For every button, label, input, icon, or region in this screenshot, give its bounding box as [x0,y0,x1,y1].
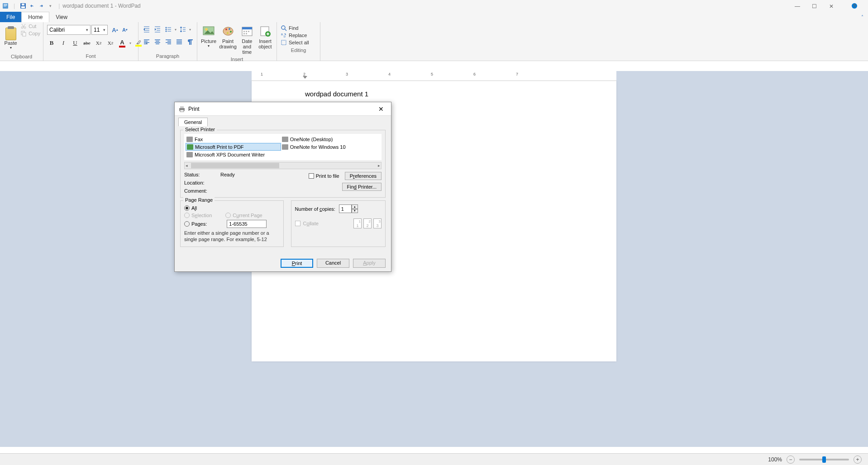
underline-button[interactable]: U [71,38,80,47]
bold-button[interactable]: B [47,38,56,47]
zoom-in-button[interactable]: + [854,456,862,464]
printer-item-xps[interactable]: Microsoft XPS Document Writer [186,151,281,159]
minimize-icon[interactable]: — [795,3,800,9]
insert-object-button[interactable]: Insert object [258,25,273,55]
radio-selection: Selection [184,213,212,218]
redo-icon[interactable] [38,2,45,9]
scroll-right-icon[interactable]: ▸ [378,163,380,168]
printer-item-ms-print-pdf[interactable]: Microsoft Print to PDF [186,143,281,151]
selectall-label: Select all [289,40,309,45]
copy-button[interactable]: Copy [20,30,40,37]
copies-input[interactable] [339,204,352,213]
shrink-font-button[interactable]: A▾ [120,25,129,34]
align-center-button[interactable] [153,38,162,47]
printer-name: Fax [195,137,203,142]
dialog-close-button[interactable]: ✕ [375,104,387,114]
zoom-thumb[interactable] [822,456,826,463]
title-bar: | ▾ | wordpad document 1 - WordPad — ☐ ✕… [0,0,868,12]
printer-item-onenote-win10[interactable]: OneNote for Windows 10 [281,143,377,151]
object-icon [259,25,272,38]
spin-up-button[interactable]: ▴ [352,204,358,209]
svg-rect-30 [180,106,184,108]
apply-button: Apply [353,259,386,268]
spin-down-button[interactable]: ▾ [352,209,358,214]
svg-point-13 [166,31,167,32]
chevron-down-icon[interactable]: ▾ [175,28,176,32]
page-range-legend: Page Range [183,197,215,203]
cut-button[interactable]: Cut [20,23,40,29]
subscript-button[interactable]: X2 [94,38,103,47]
replace-label: Replace [289,33,307,38]
radio-icon [184,221,190,227]
scroll-left-icon[interactable]: ◂ [186,163,188,168]
chevron-down-icon: ▾ [208,44,210,48]
collate-label: Collate [303,221,319,226]
svg-rect-31 [180,110,184,112]
increase-indent-button[interactable] [153,25,162,34]
copies-spinner[interactable]: ▴ ▾ [339,204,358,213]
tab-home[interactable]: Home [21,12,49,22]
printer-scrollbar[interactable]: ◂ ▸ [184,162,382,169]
tab-general[interactable]: General [178,118,208,126]
align-left-button[interactable] [142,38,151,47]
close-icon[interactable]: ✕ [829,3,835,9]
strikethrough-button[interactable]: abc [82,38,91,47]
replace-button[interactable]: ab Replace [281,32,316,38]
print-to-file-checkbox[interactable]: Print to file [309,173,339,179]
print-button[interactable]: Print [281,259,313,268]
help-icon[interactable]: ? [852,3,857,9]
find-button[interactable]: Find [281,25,316,31]
preferences-button[interactable]: Preferences [345,172,382,180]
find-printer-button[interactable]: Find Printer... [342,183,382,191]
preferences-label: Preferences [350,173,377,179]
group-editing: Find ab Replace Select all Editing [277,22,320,61]
horizontal-ruler[interactable]: 1 2 3 4 5 6 7 [252,71,616,81]
picture-button[interactable]: Picture ▾ [201,25,216,55]
ribbon-collapse[interactable]: ˄ [857,12,868,22]
line-spacing-button[interactable] [178,25,187,34]
pages-input[interactable] [227,220,267,228]
cancel-button[interactable]: Cancel [317,259,349,268]
font-name-value: Calibri [49,27,65,33]
paint-drawing-button[interactable]: Paint drawing [219,25,237,55]
paragraph-dialog-button[interactable] [186,38,195,47]
font-color-button[interactable]: A [118,38,127,47]
save-icon[interactable] [19,2,27,9]
bullets-button[interactable] [164,25,173,34]
indent-marker[interactable] [303,76,307,79]
font-name-select[interactable]: Calibri ▾ [47,25,91,35]
zoom-out-button[interactable]: − [787,456,795,464]
undo-icon[interactable] [29,2,36,9]
page-range-fieldset: Page Range All Selection Current Page [180,200,284,247]
radio-all[interactable]: All [184,205,280,211]
decrease-indent-button[interactable] [142,25,151,34]
superscript-button[interactable]: X2 [106,38,115,47]
svg-point-25 [281,26,285,29]
italic-button[interactable]: I [59,38,68,47]
selection-label: Selection [191,213,212,218]
tab-view[interactable]: View [49,12,74,22]
printer-list[interactable]: Fax OneNote (Desktop) Microsoft Print to… [184,134,382,160]
printer-item-onenote-desktop[interactable]: OneNote (Desktop) [281,135,377,143]
tab-file[interactable]: File [0,12,21,22]
chevron-down-icon[interactable]: ▾ [189,28,191,32]
maximize-icon[interactable]: ☐ [812,3,817,9]
date-time-button[interactable]: Date and time [239,25,255,55]
collate-page-icon: 33 [373,218,382,228]
grow-font-button[interactable]: A▴ [110,25,119,34]
qat-dropdown-icon[interactable]: ▾ [47,2,54,9]
radio-pages[interactable]: Pages: [184,220,280,228]
document-text[interactable]: wordpad document 1 [305,90,563,98]
align-right-button[interactable] [164,38,173,47]
ruler-mark: 5 [431,72,433,76]
printer-item-fax[interactable]: Fax [186,135,281,143]
scroll-thumb[interactable] [191,163,279,168]
font-group-label: Font [46,53,135,60]
justify-button[interactable] [175,38,184,47]
select-all-button[interactable]: Select all [281,39,316,46]
zoom-slider[interactable] [799,459,849,460]
chevron-down-icon[interactable]: ▾ [129,41,131,45]
font-size-select[interactable]: 11 ▾ [91,25,108,35]
paste-button[interactable]: Paste ▾ [3,23,19,54]
status-label: Status: [184,172,220,177]
